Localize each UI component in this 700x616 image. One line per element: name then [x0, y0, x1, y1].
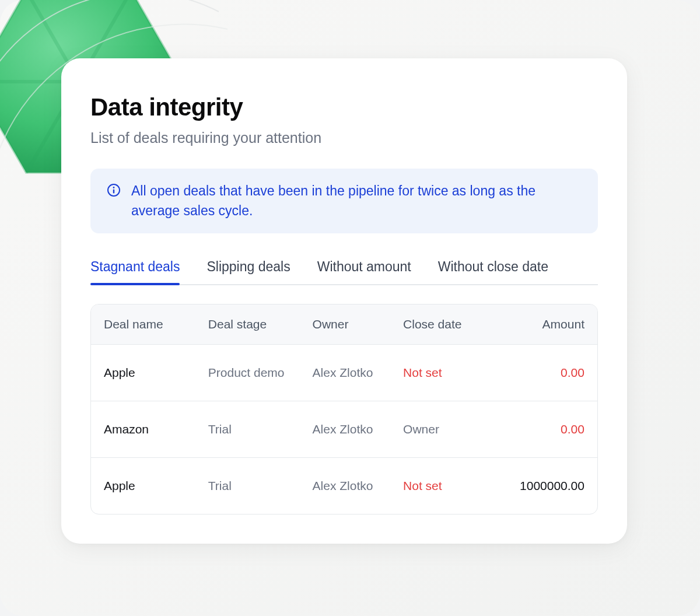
col-deal-name: Deal name — [104, 317, 208, 331]
page-title: Data integrity — [90, 93, 598, 121]
cell-amount: 1000000.00 — [494, 479, 584, 493]
cell-close-date: Owner — [403, 422, 494, 436]
col-deal-stage: Deal stage — [208, 317, 313, 331]
cell-owner: Alex Zlotko — [313, 422, 403, 436]
cell-deal-stage: Trial — [208, 479, 313, 493]
tab-slipping-deals[interactable]: Slipping deals — [206, 259, 290, 285]
table-row[interactable]: Apple Trial Alex Zlotko Not set 1000000.… — [91, 458, 597, 514]
tabs-bar: Stagnant deals Slipping deals Without am… — [90, 258, 598, 285]
tab-without-close-date[interactable]: Without close date — [438, 259, 548, 285]
cell-deal-stage: Trial — [208, 422, 313, 436]
cell-close-date: Not set — [403, 366, 494, 380]
tab-without-amount[interactable]: Without amount — [317, 259, 411, 285]
col-close-date: Close date — [403, 317, 494, 331]
cell-amount: 0.00 — [494, 422, 584, 436]
cell-owner: Alex Zlotko — [313, 366, 403, 380]
cell-amount: 0.00 — [494, 366, 584, 380]
svg-point-6 — [113, 187, 115, 188]
table-row[interactable]: Amazon Trial Alex Zlotko Owner 0.00 — [91, 401, 597, 458]
page-subtitle: List of deals requiring your attention — [90, 130, 598, 146]
cell-close-date: Not set — [403, 479, 494, 493]
info-banner: All open deals that have been in the pip… — [90, 169, 598, 233]
svg-rect-7 — [113, 190, 114, 194]
tab-stagnant-deals[interactable]: Stagnant deals — [90, 259, 180, 285]
info-banner-text: All open deals that have been in the pip… — [131, 181, 582, 220]
data-integrity-card: Data integrity List of deals requiring y… — [61, 58, 627, 544]
cell-deal-stage: Product demo — [208, 366, 313, 380]
cell-deal-name: Amazon — [104, 422, 208, 436]
col-amount: Amount — [494, 317, 584, 331]
deals-table: Deal name Deal stage Owner Close date Am… — [90, 304, 598, 514]
col-owner: Owner — [313, 317, 403, 331]
cell-deal-name: Apple — [104, 479, 208, 493]
table-row[interactable]: Apple Product demo Alex Zlotko Not set 0… — [91, 345, 597, 401]
table-header-row: Deal name Deal stage Owner Close date Am… — [91, 304, 597, 345]
cell-deal-name: Apple — [104, 366, 208, 380]
info-icon — [107, 183, 121, 200]
cell-owner: Alex Zlotko — [313, 479, 403, 493]
